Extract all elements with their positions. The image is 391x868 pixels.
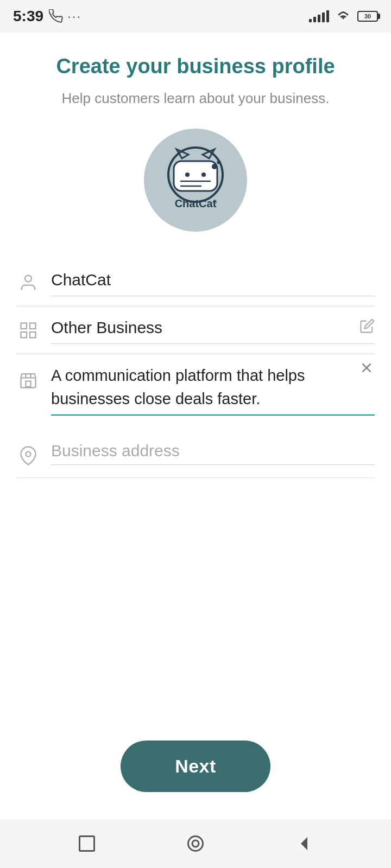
svg-rect-15 — [30, 332, 36, 338]
svg-point-4 — [185, 173, 190, 177]
description-field[interactable]: A communication platform that helps busi… — [16, 354, 375, 416]
svg-rect-13 — [21, 323, 27, 329]
category-value[interactable]: Other Business — [51, 316, 375, 339]
edit-icon[interactable] — [360, 318, 375, 334]
form-section: ChatCat Other Business — [16, 259, 375, 478]
page-title: Create your business profile — [56, 54, 335, 79]
address-field-content: Business address — [51, 442, 375, 465]
person-icon — [16, 271, 40, 295]
square-nav-icon[interactable] — [77, 834, 97, 853]
clear-icon[interactable] — [358, 360, 375, 376]
svg-rect-17 — [26, 381, 31, 387]
description-value[interactable]: A communication platform that helps busi… — [51, 364, 375, 411]
svg-point-12 — [25, 275, 31, 282]
svg-point-8 — [212, 164, 217, 169]
svg-point-20 — [26, 452, 31, 457]
page-subtitle: Help customers learn about your business… — [62, 90, 330, 107]
address-field[interactable]: Business address — [16, 432, 375, 478]
battery-icon: 30 — [357, 11, 378, 22]
svg-point-23 — [192, 840, 199, 847]
name-value[interactable]: ChatCat — [51, 269, 375, 291]
svg-point-22 — [188, 837, 203, 851]
more-icon: ··· — [67, 9, 81, 24]
status-right: 30 — [309, 10, 378, 22]
svg-rect-21 — [80, 837, 94, 851]
phone-icon — [49, 9, 63, 23]
back-nav-icon[interactable] — [294, 834, 314, 853]
category-field-content: Other Business — [51, 316, 375, 344]
store-icon — [16, 368, 40, 392]
svg-marker-24 — [301, 837, 307, 850]
svg-text:ChatCat: ChatCat — [175, 197, 217, 209]
svg-point-9 — [217, 160, 221, 164]
button-area: Next — [16, 724, 375, 803]
svg-rect-16 — [21, 332, 27, 338]
svg-rect-14 — [30, 323, 36, 329]
main-content: Create your business profile Help custom… — [0, 33, 391, 819]
signal-icon — [309, 10, 329, 22]
status-left: 5:39 ··· — [13, 8, 81, 25]
name-field-content: ChatCat — [51, 269, 375, 296]
description-field-content: A communication platform that helps busi… — [51, 364, 375, 416]
chatcat-logo: ChatCat ® — [160, 145, 231, 215]
svg-text:®: ® — [213, 199, 217, 205]
avatar-inner: ChatCat ® — [160, 145, 231, 215]
location-icon — [16, 444, 40, 468]
svg-point-5 — [201, 173, 206, 177]
category-icon — [16, 318, 40, 342]
address-placeholder[interactable]: Business address — [51, 442, 375, 460]
next-button[interactable]: Next — [121, 741, 270, 792]
avatar[interactable]: ChatCat ® — [144, 129, 247, 232]
wifi-icon — [336, 10, 351, 22]
status-time: 5:39 — [13, 8, 43, 25]
category-field[interactable]: Other Business — [16, 307, 375, 354]
status-icons-left: ··· — [49, 9, 81, 24]
status-bar: 5:39 ··· 30 — [0, 0, 391, 33]
nav-bar — [0, 819, 391, 868]
home-nav-icon[interactable] — [186, 834, 205, 853]
name-field[interactable]: ChatCat — [16, 259, 375, 307]
